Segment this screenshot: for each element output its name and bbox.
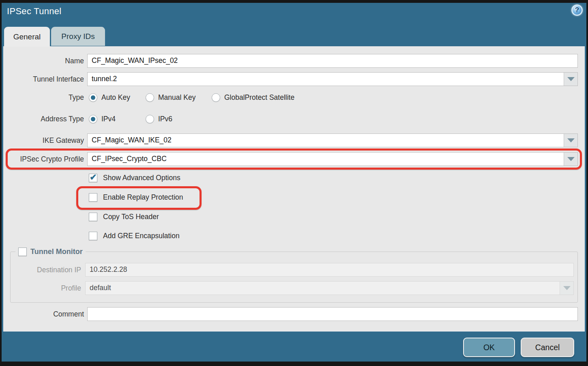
triangle-glyph	[567, 157, 575, 161]
add-gre-encapsulation-label: Add GRE Encapsulation	[103, 232, 180, 240]
chevron-down-icon[interactable]	[564, 153, 577, 166]
radio-ipv6-label: IPv6	[158, 115, 172, 123]
show-advanced-options-label: Show Advanced Options	[103, 174, 180, 182]
copy-tos-header-label: Copy ToS Header	[103, 213, 159, 221]
radio-button-icon	[146, 93, 154, 102]
dialog-title: IPSec Tunnel	[7, 6, 61, 17]
triangle-glyph	[563, 286, 571, 290]
ike-gateway-value: CF_Magic_WAN_IKE_02	[92, 136, 172, 144]
type-label: Type	[0, 92, 84, 103]
name-label: Name	[0, 54, 84, 68]
radio-button-icon	[212, 93, 220, 102]
checkbox-enable-replay-protection[interactable]: Enable Replay Protection	[89, 192, 183, 202]
checkbox-unchecked-icon	[89, 213, 97, 221]
checkbox-unchecked-icon	[89, 232, 97, 240]
tunnel-interface-label: Tunnel Interface	[0, 72, 84, 86]
address-type-label: Address Type	[0, 114, 84, 124]
ipsec-crypto-profile-select[interactable]: CF_IPsec_Crypto_CBC	[87, 152, 578, 166]
radio-manual-key[interactable]: Manual Key	[146, 92, 195, 103]
chevron-down-icon	[560, 282, 573, 295]
checkbox-show-advanced-options[interactable]: Show Advanced Options	[89, 172, 180, 183]
tunnel-interface-select[interactable]: tunnel.2	[87, 72, 578, 86]
ok-button[interactable]: OK	[463, 338, 515, 357]
radio-globalprotect-satellite[interactable]: GlobalProtect Satellite	[212, 92, 294, 103]
tab-general[interactable]: General	[4, 27, 50, 47]
checkbox-unchecked-icon	[89, 193, 97, 202]
tab-proxy-ids[interactable]: Proxy IDs	[51, 27, 105, 46]
checkbox-add-gre-encapsulation[interactable]: Add GRE Encapsulation	[89, 230, 180, 241]
cancel-button[interactable]: Cancel	[521, 338, 574, 357]
destination-ip-label: Destination IP	[0, 263, 81, 277]
profile-value: default	[90, 284, 111, 292]
comment-label: Comment	[0, 307, 84, 321]
radio-button-icon	[89, 115, 97, 123]
ipsec-crypto-profile-label: IPSec Crypto Profile	[0, 152, 84, 166]
chevron-down-icon[interactable]	[564, 73, 577, 86]
checkbox-tunnel-monitor[interactable]: Tunnel Monitor	[15, 246, 86, 257]
comment-input[interactable]	[87, 307, 578, 321]
radio-button-icon	[89, 93, 97, 102]
radio-globalprotect-satellite-label: GlobalProtect Satellite	[224, 93, 294, 102]
radio-button-icon	[146, 115, 154, 123]
radio-ipv6[interactable]: IPv6	[146, 114, 172, 124]
radio-ipv4-label: IPv4	[101, 115, 116, 123]
chevron-down-icon[interactable]	[564, 134, 577, 147]
checkbox-checked-icon	[89, 174, 97, 182]
radio-manual-key-label: Manual Key	[158, 93, 195, 102]
ike-gateway-select[interactable]: CF_Magic_WAN_IKE_02	[87, 133, 578, 147]
radio-auto-key-label: Auto Key	[101, 93, 130, 102]
profile-label: Profile	[0, 281, 81, 295]
tunnel-monitor-label: Tunnel Monitor	[30, 248, 83, 256]
ike-gateway-label: IKE Gateway	[0, 133, 84, 147]
tunnel-interface-value: tunnel.2	[92, 75, 117, 83]
destination-ip-input: 10.252.2.28	[85, 263, 574, 277]
triangle-glyph	[567, 138, 575, 142]
triangle-glyph	[567, 77, 575, 81]
name-input[interactable]: CF_Magic_WAN_IPsec_02	[87, 54, 578, 68]
ipsec-tunnel-dialog: IPSec Tunnel ? General Proxy IDs Name CF…	[0, 0, 588, 366]
profile-select: default	[85, 281, 574, 295]
ipsec-crypto-profile-value: CF_IPsec_Crypto_CBC	[92, 155, 167, 163]
help-icon[interactable]: ?	[571, 4, 583, 16]
radio-auto-key[interactable]: Auto Key	[89, 92, 130, 103]
checkbox-copy-tos-header[interactable]: Copy ToS Header	[89, 211, 159, 222]
tunnel-monitor-fieldset	[10, 252, 578, 303]
radio-ipv4[interactable]: IPv4	[89, 114, 116, 124]
enable-replay-protection-label: Enable Replay Protection	[103, 193, 183, 202]
checkbox-unchecked-icon	[18, 248, 27, 256]
